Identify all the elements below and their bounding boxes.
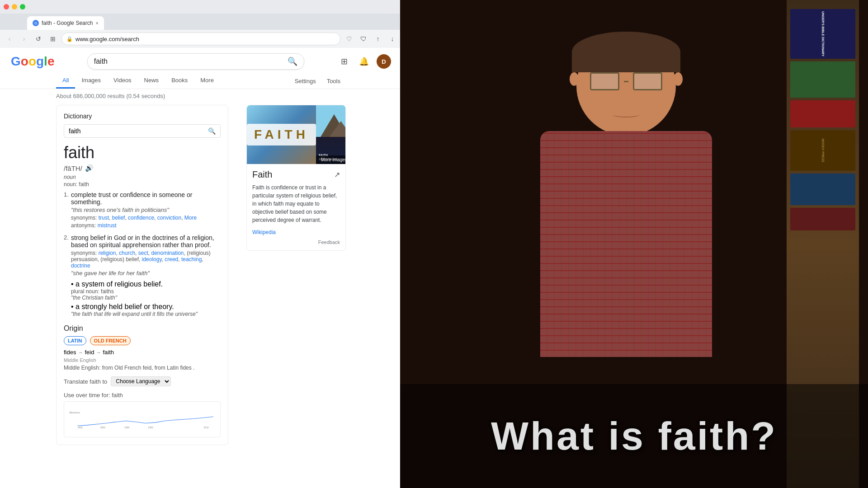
back-button[interactable]: ‹ [4,33,15,45]
syn-teaching[interactable]: teaching [181,256,202,263]
person-head [576,36,676,136]
forward-button[interactable]: › [18,33,30,45]
notifications-button[interactable]: 🔔 [357,54,371,69]
syn-religion[interactable]: religion [99,250,116,256]
tab-news[interactable]: News [138,73,165,89]
tab-more[interactable]: More [194,73,220,89]
audio-icon[interactable]: 🔊 [85,164,94,172]
google-apps-button[interactable]: ⊞ [337,54,351,69]
person-glasses [585,72,667,90]
logo-g1: G [11,54,21,69]
dict-search-button[interactable]: 🔍 [208,127,216,135]
tab-videos[interactable]: Videos [107,73,138,89]
syn-confidence[interactable]: confidence [128,215,154,221]
usage-chart-svg: Mentions 1800 1850 1900 1950 2010 [68,405,217,433]
svg-text:1850: 1850 [100,426,105,429]
user-avatar[interactable]: D [377,54,391,69]
kp-share-button[interactable]: ↗ [334,170,340,179]
google-logo: G o o g l e [11,54,54,69]
svg-text:1800: 1800 [77,426,82,429]
url-text: www.google.com/search [75,36,139,42]
origin-tags: LATIN OLD FRENCH [64,336,221,345]
kp-wikipedia-link[interactable]: Wikipedia [252,229,276,235]
syn-trust[interactable]: trust [99,215,109,221]
tab-books[interactable]: Books [165,73,194,89]
person-hair [572,32,680,72]
def-example: "this restores one's faith in politician… [71,206,221,213]
ant-mistrust[interactable]: mistrust [98,222,117,229]
more-images-button[interactable]: More images [316,155,346,164]
syn-doctrine[interactable]: doctrine [71,263,90,269]
glasses-right [633,72,662,90]
tab-close-button[interactable]: × [95,20,98,26]
origin-tag-latin: LATIN [64,336,86,345]
translate-bar: Translate faith to Choose Language [64,376,221,386]
kp-side-bottom-image[interactable]: FAITHMOUNTAINS More images [316,137,346,164]
logo-e: e [47,54,55,69]
download-button[interactable]: ↓ [387,33,398,45]
url-bar[interactable]: 🔒 www.google.com/search [61,33,340,45]
kp-image-text: FAITH [247,124,316,145]
syn-denomination[interactable]: denomination [151,250,184,256]
dictionary-card: Dictionary 🔍 faith /fāTH/ 🔊 noun noun: f… [56,105,228,445]
syn-ideology[interactable]: ideology [142,256,162,263]
definition-item-2: 2. strong belief in God or in the doctri… [64,234,221,317]
origin-title: Origin [64,324,221,333]
definitions-list: 1. complete trust or confidence in someo… [64,191,221,317]
overlay-heading: What is faith? [491,416,777,456]
sub-def-1: • a system of religious belief. plural n… [71,280,221,301]
definition-item: 1. complete trust or confidence in someo… [64,191,221,229]
settings-button[interactable]: Settings [289,74,321,88]
syn-conviction[interactable]: conviction [157,215,181,221]
results-stats: About 686,000,000 results (0.54 seconds) [0,89,402,99]
maximize-window-button[interactable] [20,4,25,9]
browser-titlebar [0,0,402,14]
google-page: G o o g l e 🔍 ⊞ 🔔 D All Images [0,48,402,488]
etymology-text: Middle English: from Old French feid, fr… [64,365,221,371]
usage-chart: Mentions 1800 1850 1900 1950 2010 [64,401,221,437]
syn-more[interactable]: More [184,215,197,221]
extension-icon[interactable]: 🛡 [358,33,369,45]
svg-text:1900: 1900 [124,426,129,429]
tab-bar: G faith - Google Search × [0,14,402,30]
dict-search-input[interactable] [69,127,208,135]
dict-search-bar: 🔍 [64,124,221,138]
origin-section: Origin LATIN OLD FRENCH fides → feid → f… [64,324,221,371]
tab-images[interactable]: Images [75,73,107,89]
search-button[interactable]: 🔍 [288,56,297,66]
tab-all[interactable]: All [56,73,75,89]
tools-button[interactable]: Tools [321,74,346,88]
syn-belief[interactable]: belief [112,215,125,221]
bookmark-button[interactable]: ♡ [343,33,355,45]
minimize-window-button[interactable] [12,4,17,9]
search-bar[interactable]: 🔍 [87,53,304,70]
kp-main-image[interactable]: FAITH [247,105,316,164]
dictionary-section-title: Dictionary [64,113,221,120]
syn-sect[interactable]: sect [138,250,148,256]
def-text-2: strong belief in God or in the doctrines… [71,234,221,249]
def-example-2: "she gave her life for her faith" [71,270,221,277]
syn-creed[interactable]: creed [165,256,178,263]
search-input[interactable] [94,57,284,66]
kp-images: FAITH [247,105,345,164]
usage-section: Use over time for: faith Mentions 1800 1… [64,392,221,437]
def-text: complete trust or confidence in someone … [71,191,221,206]
close-window-button[interactable] [4,4,9,9]
share-button[interactable]: ↑ [372,33,384,45]
kp-feedback-button[interactable]: Feedback [252,239,340,245]
extensions-button[interactable]: ⊞ [47,33,59,45]
syn-church[interactable]: church [119,250,135,256]
tab-title: faith - Google Search [42,20,93,26]
language-select[interactable]: Choose Language [111,376,171,386]
right-column: FAITH [246,105,346,483]
plaid-pattern [540,131,712,357]
sub-def-2: • a strongly held belief or theory. "the… [71,303,221,317]
part-of-speech: noun [64,174,221,180]
active-tab[interactable]: G faith - Google Search × [27,16,104,30]
google-header: G o o g l e 🔍 ⊞ 🔔 D [0,48,402,70]
origin-tag-old-french: OLD FRENCH [90,336,131,345]
kp-side-top-image[interactable] [316,105,346,137]
refresh-button[interactable]: ↺ [33,33,44,45]
def-number: 1. [64,191,69,198]
left-column: Dictionary 🔍 faith /fāTH/ 🔊 noun noun: f… [56,105,228,483]
